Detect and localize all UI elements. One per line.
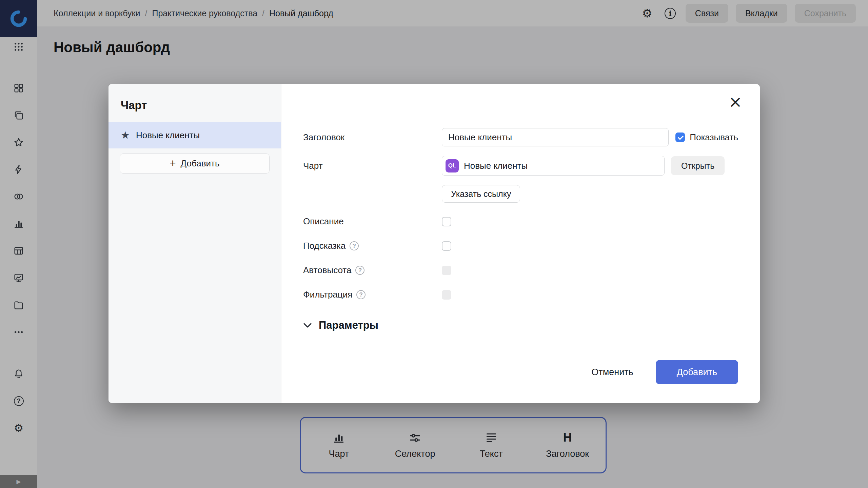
submit-add-button[interactable]: Добавить [656,360,738,384]
show-title-checkbox-label: Показывать [690,132,738,143]
ql-badge: QL [446,159,459,172]
add-chart-dialog: Чарт ★ Новые клиенты + Добавить × Заголо… [108,84,760,403]
field-row-link: Указать ссылку [303,185,738,203]
field-row-description: Описание [303,216,738,227]
autoheight-checkbox [442,266,451,275]
hint-checkbox[interactable] [442,241,451,251]
chevron-down-icon [303,323,312,328]
open-chart-button[interactable]: Открыть [671,156,725,175]
field-label-autoheight: Автовысота ? [303,265,442,276]
field-label-title: Заголовок [303,132,442,143]
cancel-button[interactable]: Отменить [588,360,636,384]
list-item-label: Новые клиенты [136,130,200,141]
filtering-question-icon[interactable]: ? [356,290,366,299]
field-row-hint: Подсказка ? [303,241,738,251]
field-row-filtering: Фильтрация ? [303,289,738,300]
autoheight-question-icon[interactable]: ? [355,266,364,275]
dialog-form-panel: × Заголовок Новые клиенты Показывать Чар… [281,84,760,403]
dialog-items-panel: Чарт ★ Новые клиенты + Добавить [108,84,281,403]
add-item-button[interactable]: + Добавить [120,154,270,174]
field-label-description: Описание [303,216,442,227]
filtering-checkbox [442,290,451,300]
show-title-checkbox[interactable] [675,133,685,142]
dialog-footer: Отменить Добавить [588,360,738,384]
star-icon: ★ [121,130,130,140]
dialog-title: Чарт [121,99,147,112]
chart-select[interactable]: QL Новые клиенты [442,156,665,176]
title-input[interactable]: Новые клиенты [442,128,669,146]
close-icon[interactable]: × [729,94,742,110]
field-row-autoheight: Автовысота ? [303,265,738,276]
chart-select-value: Новые клиенты [464,161,528,171]
field-row-title: Заголовок Новые клиенты Показывать [303,128,738,146]
field-label-chart: Чарт [303,161,442,171]
specify-link-button[interactable]: Указать ссылку [442,185,520,203]
field-label-filtering: Фильтрация ? [303,289,442,300]
field-row-chart: Чарт QL Новые клиенты Открыть [303,156,738,176]
description-checkbox[interactable] [442,217,451,226]
chart-list-item-selected[interactable]: ★ Новые клиенты [108,122,281,148]
params-section-toggle[interactable]: Параметры [303,319,378,331]
field-label-hint: Подсказка ? [303,241,442,251]
plus-icon: + [170,158,176,168]
hint-question-icon[interactable]: ? [350,241,359,250]
